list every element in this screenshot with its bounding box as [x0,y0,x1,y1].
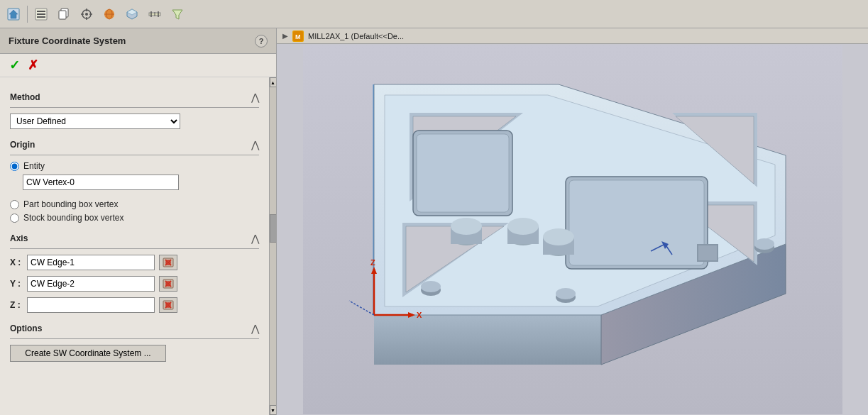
svg-text:X: X [417,311,422,319]
svg-text:M: M [295,33,301,40]
viewport-tab-label: MILL2AX_1 (Default<<De... [308,32,404,40]
z-axis-button[interactable] [159,297,177,313]
origin-section-header[interactable]: Origin ⋀ [10,139,259,150]
panel-title: Fixture Coordinate System [9,35,126,46]
scrollbar-track [270,87,277,405]
home-button[interactable] [3,4,24,25]
sphere-button[interactable] [99,4,120,25]
svg-point-58 [451,218,482,235]
main-area: Fixture Coordinate System ? ✓ ✗ Method ⋀… [0,28,868,415]
svg-text:Z: Z [370,258,375,267]
measure-button[interactable] [144,4,165,25]
viewport-tab-icon: M [292,31,304,42]
y-axis-row: Y : [10,276,259,292]
x-axis-label: X : [10,258,23,267]
axis-divider [10,248,259,249]
svg-rect-4 [37,13,45,15]
svg-point-13 [85,13,88,16]
viewport-header: ▶ M MILL2AX_1 (Default<<De... [277,28,868,44]
options-section-header[interactable]: Options ⋀ [10,323,259,334]
viewport-3d: Z X [277,44,868,415]
origin-part-radio-item[interactable]: Part bounding box vertex [10,199,259,209]
cancel-button[interactable]: ✗ [26,58,40,72]
origin-collapse-icon: ⋀ [251,139,259,150]
create-sw-coordinate-button[interactable]: Create SW Coordinate System ... [10,345,166,362]
method-section-header[interactable]: Method ⋀ [10,92,259,103]
origin-entity-radio[interactable] [10,162,19,171]
method-section-title: Method [10,92,40,102]
z-axis-row: Z : [10,297,259,313]
crosshair-button[interactable] [76,4,97,25]
origin-entity-label: Entity [23,161,45,171]
axis-section-title: Axis [10,233,28,243]
scrollbar-down-arrow[interactable]: ▼ [270,405,277,415]
ok-button[interactable]: ✓ [7,58,21,72]
svg-rect-5 [37,16,45,18]
y-axis-label: Y : [10,279,23,289]
origin-stock-radio-item[interactable]: Stock bounding box vertex [10,213,259,223]
y-axis-input[interactable] [27,276,155,292]
svg-marker-40 [374,315,601,365]
origin-entity-input[interactable] [23,175,179,190]
copy-button[interactable] [53,4,75,25]
scrollbar-up-arrow[interactable]: ▲ [270,77,277,87]
svg-rect-55 [569,180,704,265]
options-collapse-icon: ⋀ [251,323,259,334]
svg-point-64 [543,228,574,245]
origin-section-title: Origin [10,140,35,150]
svg-marker-23 [172,10,182,19]
action-row: ✓ ✗ [0,54,276,77]
model-button[interactable] [121,4,143,25]
main-toolbar [0,0,868,28]
panel-scrollbar[interactable]: ▲ ▼ [269,77,276,415]
viewport-tab-arrow: ▶ [282,32,288,40]
origin-entity-input-row [10,175,259,190]
svg-rect-53 [417,134,509,212]
panel-header: Fixture Coordinate System ? [0,28,276,54]
origin-stock-radio[interactable] [10,214,19,223]
origin-entity-radio-item[interactable]: Entity [10,161,259,171]
viewport: ▶ M MILL2AX_1 (Default<<De... [277,28,868,415]
list-button[interactable] [31,4,52,25]
method-divider [10,107,259,108]
method-dropdown[interactable]: User Defined Automatic From File [10,114,180,129]
left-panel: Fixture Coordinate System ? ✓ ✗ Method ⋀… [0,28,277,415]
panel-content: Method ⋀ User Defined Automatic From Fil… [0,77,269,415]
x-axis-row: X : [10,255,259,270]
left-panel-inner: Method ⋀ User Defined Automatic From Fil… [0,77,276,415]
svg-rect-3 [37,11,45,12]
origin-part-radio[interactable] [10,200,19,209]
svg-rect-7 [59,11,66,19]
options-section-title: Options [10,323,42,333]
axis-section-header[interactable]: Axis ⋀ [10,233,259,244]
scrollbar-thumb[interactable] [270,214,277,243]
part-3d-svg: Z X [303,45,842,414]
origin-radio-group: Entity Part bounding box vertex Stock bo… [10,161,259,223]
x-axis-button[interactable] [159,255,177,270]
origin-divider [10,155,259,155]
svg-point-66 [421,281,441,292]
method-collapse-icon: ⋀ [251,92,259,103]
z-axis-input[interactable] [27,297,155,313]
origin-part-label: Part bounding box vertex [23,199,118,209]
help-button[interactable]: ? [255,35,268,48]
svg-point-70 [754,238,774,250]
y-axis-button[interactable] [159,276,177,292]
svg-point-61 [507,218,539,235]
z-axis-label: Z : [10,300,23,310]
svg-rect-72 [698,245,717,260]
method-dropdown-row: User Defined Automatic From File [10,114,259,129]
options-divider [10,338,259,339]
svg-point-68 [556,288,576,299]
origin-stock-label: Stock bounding box vertex [23,213,123,223]
filter-button[interactable] [167,4,188,25]
x-axis-input[interactable] [27,255,155,270]
separator-1 [27,6,28,23]
axis-collapse-icon: ⋀ [251,233,259,244]
